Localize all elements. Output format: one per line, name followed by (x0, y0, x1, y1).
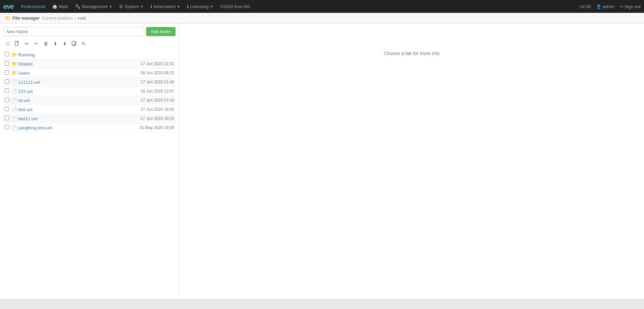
row-checkbox[interactable] (5, 79, 12, 85)
list-item[interactable]: 📁Shared17 Jun 2020 22:31 (3, 59, 176, 69)
row-checkbox[interactable] (5, 88, 12, 94)
file-name[interactable]: Shared (18, 61, 127, 67)
folder-icon: 📁 (12, 61, 17, 67)
add-folder-row: Add folder (3, 27, 176, 36)
upload-icon[interactable]: ⬆ (60, 40, 69, 48)
navbar-time: 14:38 (580, 4, 591, 9)
file-manager-label: File manager (13, 16, 40, 21)
row-checkbox[interactable] (5, 116, 12, 121)
list-item[interactable]: 📄test11.unl17 Jun 2020 18:03 (3, 114, 176, 123)
file-date: 17 Jun 2020 21:40 (127, 80, 174, 84)
nav-system[interactable]: ⚙ System ▼ (116, 0, 147, 13)
file-date: 31 May 2020 18:59 (127, 125, 174, 130)
nav-copyright: ©2020 Eve-NG (217, 0, 253, 13)
list-item[interactable]: 📄test.unl17 Jun 2020 18:02 (3, 105, 176, 114)
row-checkbox[interactable] (5, 125, 12, 130)
row-checkbox[interactable] (5, 61, 12, 67)
list-item[interactable]: 📁Users08 Jun 2020 08:22 (3, 69, 176, 78)
toolbar: ☐ ✏ ✂ 🗑 ⬇ ⬆ ↻ (3, 39, 176, 48)
file-name[interactable]: test11.unl (18, 116, 127, 121)
file-date: 18 Jun 2020 12:57 (127, 89, 174, 94)
breadcrumb-separator1: Current position (42, 16, 73, 21)
copy-icon[interactable] (70, 40, 78, 48)
main-content: Add folder ☐ ✏ ✂ 🗑 ⬇ ⬆ ↻ 📁Running📁Shared… (0, 24, 644, 307)
list-item[interactable]: 📁Running (3, 50, 176, 59)
file-manager-icon: 📁 (5, 16, 10, 21)
delete-icon[interactable]: 🗑 (41, 40, 50, 48)
signout-button[interactable]: ↪ Sign out (620, 4, 641, 9)
file-name[interactable]: 222.unl (18, 89, 127, 94)
nav-information[interactable]: ℹ Information ▼ (147, 0, 184, 13)
select-all-icon[interactable]: ☐ (3, 40, 12, 48)
file-name[interactable]: Running (18, 52, 127, 57)
row-checkbox[interactable] (5, 70, 12, 76)
navbar: eve Professional 🏠 Main 🔧 Management ▼ ⚙… (0, 0, 644, 13)
file-icon: 📄 (12, 79, 17, 85)
nav-professional[interactable]: Professional (18, 0, 49, 13)
file-name[interactable]: 111111.unl (18, 80, 127, 85)
file-panel: Add folder ☐ ✏ ✂ 🗑 ⬇ ⬆ ↻ 📁Running📁Shared… (0, 24, 179, 307)
breadcrumb-slash: / (75, 16, 76, 21)
row-checkbox[interactable] (5, 98, 12, 103)
row-checkbox[interactable] (5, 107, 12, 112)
right-panel: Choose a lab for more info (179, 24, 644, 307)
file-date: 17 Jun 2020 07:42 (127, 98, 174, 103)
file-name[interactable]: lol.unl (18, 98, 127, 103)
file-icon: 📄 (12, 125, 17, 130)
breadcrumb-root[interactable]: root (78, 16, 86, 21)
file-date: 17 Jun 2020 22:31 (127, 61, 174, 66)
cut-icon[interactable]: ✂ (32, 40, 41, 48)
folder-icon: 📁 (12, 70, 17, 76)
list-item[interactable]: 📄111111.unl17 Jun 2020 21:40 (3, 78, 176, 87)
file-icon: 📄 (12, 98, 17, 103)
list-item[interactable]: 📄yangfeng-test.unl31 May 2020 18:59 (3, 123, 176, 132)
svg-rect-2 (72, 41, 75, 45)
right-panel-placeholder: Choose a lab for more info (384, 51, 440, 56)
footer (0, 299, 644, 307)
file-icon: 📄 (12, 107, 17, 112)
file-icon: 📄 (12, 116, 17, 121)
download-icon[interactable]: ⬇ (51, 40, 60, 48)
logo: eve (3, 3, 14, 10)
breadcrumb-bar: 📁 File manager Current position / root (0, 13, 644, 24)
file-name[interactable]: Users (18, 71, 127, 76)
navbar-right: 14:38 👤 admin ↪ Sign out (580, 4, 641, 9)
svg-rect-0 (15, 41, 18, 46)
file-list: 📁Running📁Shared17 Jun 2020 22:31📁Users08… (3, 50, 176, 304)
row-checkbox[interactable] (5, 52, 12, 57)
nav-management[interactable]: 🔧 Management ▼ (72, 0, 116, 13)
file-date: 17 Jun 2020 18:03 (127, 116, 174, 121)
file-name[interactable]: test.unl (18, 107, 127, 112)
file-date: 08 Jun 2020 08:22 (127, 71, 174, 75)
new-name-input[interactable] (3, 27, 144, 36)
new-file-icon[interactable] (13, 40, 22, 48)
file-icon: 📄 (12, 88, 17, 94)
file-date: 17 Jun 2020 18:02 (127, 107, 174, 112)
edit-icon[interactable]: ✏ (22, 40, 31, 48)
folder-icon: 📁 (12, 52, 17, 57)
nav-main[interactable]: 🏠 Main (49, 0, 72, 13)
list-item[interactable]: 📄lol.unl17 Jun 2020 07:42 (3, 96, 176, 105)
add-folder-button[interactable]: Add folder (146, 27, 176, 36)
nav-licensing[interactable]: ℹ Licensing ▼ (184, 0, 217, 13)
refresh-icon[interactable]: ↻ (79, 40, 88, 48)
navbar-user: admin (602, 4, 614, 9)
list-item[interactable]: 📄222.unl18 Jun 2020 12:57 (3, 87, 176, 96)
file-name[interactable]: yangfeng-test.unl (18, 125, 127, 130)
